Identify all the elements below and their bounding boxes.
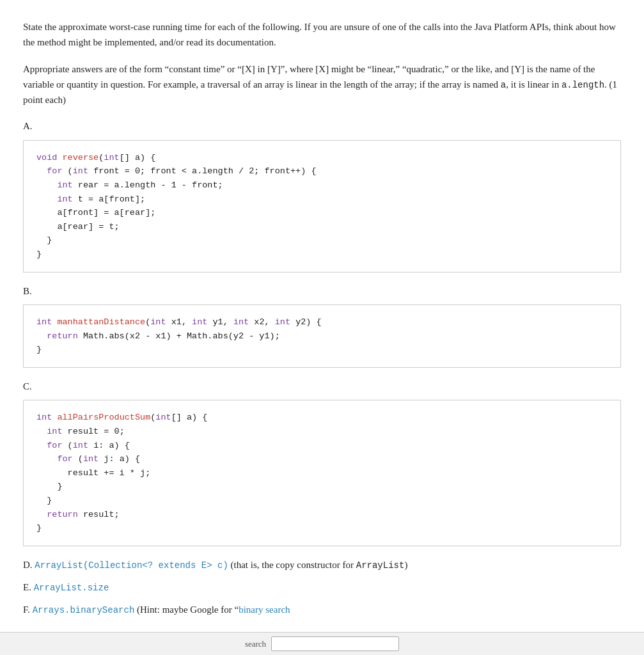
section-d-line: D. ArrayList(Collection<? extends E> c) …: [23, 558, 621, 572]
section-e-line: E. ArrayList.size: [23, 580, 621, 595]
intro-para1: State the approximate worst-case running…: [23, 19, 621, 50]
section-f-hint: binary search: [239, 604, 290, 615]
intro-para2-code2: a.length: [562, 80, 604, 90]
section-c-label: C.: [23, 379, 621, 394]
section-f-text: (Hint: maybe Google for “: [134, 604, 239, 615]
code-block-c: int allPairsProductSum(int[] a) { int re…: [23, 400, 621, 546]
bottom-search-bar: search: [0, 632, 644, 644]
code-block-a: void reverse(int[] a) { for (int front =…: [23, 140, 621, 272]
section-e-code: ArrayList.size: [34, 583, 109, 593]
intro-para2: Appropriate answers are of the form “con…: [23, 61, 621, 107]
search-label: search: [245, 638, 266, 644]
section-d-text2: ): [404, 560, 407, 570]
intro-para2-code1: a: [501, 80, 506, 90]
section-f-code: Arrays.binarySearch: [33, 605, 135, 615]
section-d-label: D.: [23, 560, 33, 570]
section-f-line: F. Arrays.binarySearch (Hint: maybe Goog…: [23, 603, 621, 617]
intro-para2-mid: , it is linear in: [506, 79, 562, 90]
section-b-label: B.: [23, 284, 621, 299]
section-d-code1: ArrayList(Collection<? extends E> c): [35, 560, 228, 571]
section-e-label: E.: [23, 582, 31, 592]
section-a-label: A.: [23, 119, 621, 134]
section-d-code2: ArrayList: [356, 560, 405, 571]
section-f-label: F.: [23, 604, 30, 615]
code-block-b: int manhattanDistance(int x1, int y1, in…: [23, 304, 621, 368]
search-input[interactable]: [271, 636, 399, 644]
section-d-text: (that is, the copy constructor for: [228, 560, 356, 570]
